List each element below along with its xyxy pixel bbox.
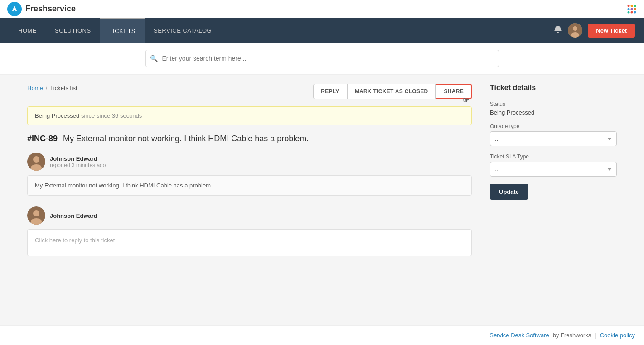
svg-point-11 [573,26,577,31]
footer-separator: | [595,332,596,339]
footer-by: by Freshworks [553,332,591,339]
app-name: Freshservice [25,4,76,14]
ticket-title-row: #INC-89 My External monitor not working.… [27,134,472,144]
ticket-message: My External monitor not working. I think… [27,175,472,196]
content-area: Home / Tickets list REPLY MARK TICKET AS… [0,75,644,265]
search-icon: 🔍 [150,55,158,62]
status-being-processed: Being Processed [35,112,79,119]
reporter-name: Johnson Edward [50,155,106,162]
ticket-message-block: Johnson Edward reported 3 minutes ago My… [27,153,472,196]
reply-avatar-svg [27,206,45,225]
main-nav: HOME SOLUTIONS TICKETS SERVICE CATALOG N… [0,18,644,43]
status-since: since [81,112,97,119]
svg-point-7 [628,11,630,13]
reply-avatar [27,206,45,225]
svg-point-5 [631,8,633,10]
nav-home[interactable]: HOME [9,18,46,43]
top-bar: Freshservice [0,0,644,18]
logo-area: Freshservice [7,2,76,16]
svg-point-4 [628,8,630,10]
sla-type-select[interactable]: ... [490,162,617,177]
search-input[interactable] [145,50,499,67]
footer: Service Desk Software by Freshworks | Co… [0,325,644,345]
status-since-time: since 36 seconds [97,112,142,119]
sla-type-label: Ticket SLA Type [490,153,617,160]
reply-reporter-name: Johnson Edward [50,212,97,219]
breadcrumb-current: Tickets list [50,85,77,91]
reporter-meta: reported 3 minutes ago [50,162,106,168]
reporter-info: Johnson Edward reported 3 minutes ago [50,155,106,168]
ticket-subject: My External monitor not working. I think… [63,134,309,144]
nav-service-catalog[interactable]: SERVICE CATALOG [145,18,221,43]
reply-reporter-row: Johnson Edward [27,206,472,225]
svg-point-1 [628,5,630,7]
mark-closed-button[interactable]: MARK TICKET AS CLOSED [347,84,436,99]
reporter-avatar-svg [27,153,45,171]
nav-solutions[interactable]: SOLUTIONS [46,18,100,43]
status-label: Status [490,101,617,107]
svg-point-17 [33,210,39,216]
search-area: 🔍 [0,43,644,75]
outage-type-select[interactable]: ... [490,131,617,146]
svg-point-3 [634,5,636,7]
svg-point-9 [634,11,636,13]
outage-type-label: Outage type [490,123,617,129]
reporter-row: Johnson Edward reported 3 minutes ago [27,153,472,171]
breadcrumb: Home / Tickets list [27,85,77,91]
update-button[interactable]: Update [490,184,528,200]
svg-point-8 [631,11,633,13]
nav-right: New Ticket [553,23,644,38]
reply-block: Johnson Edward Click here to reply to th… [27,206,472,256]
breadcrumb-home[interactable]: Home [27,85,43,91]
grid-icon[interactable] [627,4,637,14]
main-panel: Home / Tickets list REPLY MARK TICKET AS… [27,84,472,256]
ticket-details-title: Ticket details [490,84,617,92]
svg-point-14 [33,156,39,163]
service-desk-link[interactable]: Service Desk Software [489,332,549,339]
svg-point-2 [631,5,633,7]
breadcrumb-separator: / [46,85,48,91]
reply-input[interactable]: Click here to reply to this ticket [27,229,472,256]
svg-point-12 [571,32,579,38]
status-value: Being Processed [490,109,617,116]
status-banner: Being Processed since since 36 seconds [27,106,472,125]
search-wrapper: 🔍 [145,50,499,67]
cursor-icon: ☞ [463,96,469,105]
share-button[interactable]: SHARE ☞ [436,84,472,99]
nav-tickets[interactable]: TICKETS [100,18,145,43]
svg-point-6 [634,8,636,10]
top-bar-right [627,4,637,14]
notifications-bell[interactable] [553,25,562,36]
cookie-policy-link[interactable]: Cookie policy [600,332,635,339]
reporter-avatar [27,153,45,171]
right-panel: Ticket details Status Being Processed Ou… [490,84,617,256]
user-avatar-nav[interactable] [568,23,582,38]
action-buttons: REPLY MARK TICKET AS CLOSED SHARE ☞ [313,84,472,99]
reply-button[interactable]: REPLY [313,84,347,99]
freshservice-logo-icon [7,2,22,16]
new-ticket-button[interactable]: New Ticket [588,24,635,38]
ticket-id: #INC-89 [27,134,58,144]
